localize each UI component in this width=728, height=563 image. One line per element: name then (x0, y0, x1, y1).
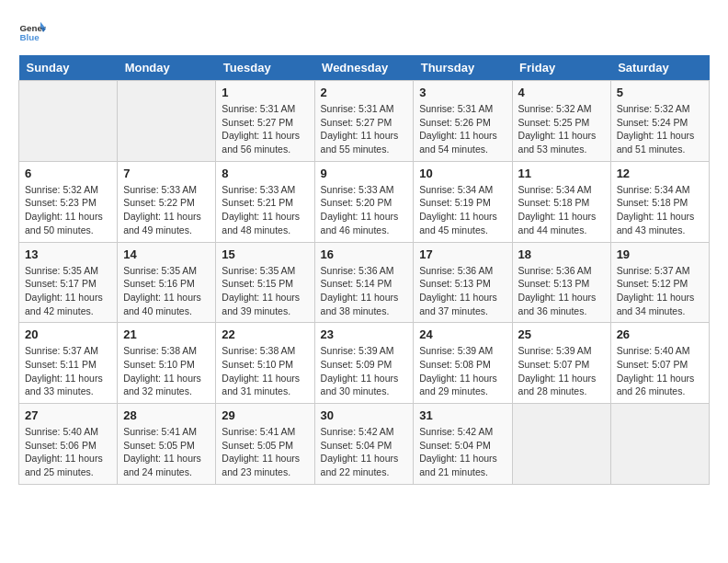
calendar-cell: 6Sunrise: 5:32 AM Sunset: 5:23 PM Daylig… (19, 161, 118, 242)
calendar-body: 1Sunrise: 5:31 AM Sunset: 5:27 PM Daylig… (19, 81, 710, 485)
header-day-saturday: Saturday (610, 55, 709, 81)
header-day-monday: Monday (118, 55, 216, 81)
calendar-cell: 14Sunrise: 5:35 AM Sunset: 5:16 PM Dayli… (118, 242, 216, 323)
day-number: 23 (321, 327, 408, 341)
header-day-thursday: Thursday (414, 55, 512, 81)
calendar-cell: 8Sunrise: 5:33 AM Sunset: 5:21 PM Daylig… (216, 161, 314, 242)
day-info: Sunrise: 5:35 AM Sunset: 5:16 PM Dayligh… (123, 264, 210, 318)
day-number: 20 (25, 327, 111, 341)
calendar-cell: 15Sunrise: 5:35 AM Sunset: 5:15 PM Dayli… (216, 242, 314, 323)
day-number: 15 (222, 247, 308, 261)
calendar-cell: 27Sunrise: 5:40 AM Sunset: 5:06 PM Dayli… (19, 404, 118, 485)
day-info: Sunrise: 5:33 AM Sunset: 5:21 PM Dayligh… (222, 183, 308, 237)
day-info: Sunrise: 5:31 AM Sunset: 5:26 PM Dayligh… (419, 102, 506, 156)
calendar-cell: 26Sunrise: 5:40 AM Sunset: 5:07 PM Dayli… (610, 323, 709, 404)
calendar-cell: 13Sunrise: 5:35 AM Sunset: 5:17 PM Dayli… (19, 242, 118, 323)
calendar-cell: 25Sunrise: 5:39 AM Sunset: 5:07 PM Dayli… (512, 323, 610, 404)
day-info: Sunrise: 5:39 AM Sunset: 5:07 PM Dayligh… (518, 344, 605, 398)
calendar-cell: 23Sunrise: 5:39 AM Sunset: 5:09 PM Dayli… (314, 323, 414, 404)
calendar-cell: 31Sunrise: 5:42 AM Sunset: 5:04 PM Dayli… (414, 404, 512, 485)
day-info: Sunrise: 5:42 AM Sunset: 5:04 PM Dayligh… (321, 425, 408, 479)
day-number: 17 (419, 247, 506, 261)
calendar-cell (19, 81, 118, 162)
day-info: Sunrise: 5:34 AM Sunset: 5:18 PM Dayligh… (518, 183, 605, 237)
week-row-1: 1Sunrise: 5:31 AM Sunset: 5:27 PM Daylig… (19, 81, 710, 162)
day-info: Sunrise: 5:42 AM Sunset: 5:04 PM Dayligh… (419, 425, 506, 479)
calendar-cell: 24Sunrise: 5:39 AM Sunset: 5:08 PM Dayli… (414, 323, 512, 404)
calendar-cell: 3Sunrise: 5:31 AM Sunset: 5:26 PM Daylig… (414, 81, 512, 162)
header-day-wednesday: Wednesday (314, 55, 414, 81)
week-row-2: 6Sunrise: 5:32 AM Sunset: 5:23 PM Daylig… (19, 161, 710, 242)
day-info: Sunrise: 5:36 AM Sunset: 5:13 PM Dayligh… (419, 264, 506, 318)
day-info: Sunrise: 5:35 AM Sunset: 5:17 PM Dayligh… (25, 264, 111, 318)
day-number: 8 (222, 167, 308, 180)
day-info: Sunrise: 5:39 AM Sunset: 5:08 PM Dayligh… (419, 344, 506, 398)
logo-icon: General Blue (18, 18, 46, 46)
day-info: Sunrise: 5:33 AM Sunset: 5:20 PM Dayligh… (321, 183, 408, 237)
day-number: 30 (321, 408, 408, 422)
day-number: 29 (222, 408, 308, 422)
calendar-cell: 18Sunrise: 5:36 AM Sunset: 5:13 PM Dayli… (512, 242, 610, 323)
day-info: Sunrise: 5:32 AM Sunset: 5:25 PM Dayligh… (518, 102, 605, 156)
day-number: 3 (419, 86, 506, 99)
calendar-cell: 20Sunrise: 5:37 AM Sunset: 5:11 PM Dayli… (19, 323, 118, 404)
week-row-5: 27Sunrise: 5:40 AM Sunset: 5:06 PM Dayli… (19, 404, 710, 485)
day-info: Sunrise: 5:37 AM Sunset: 5:12 PM Dayligh… (617, 264, 703, 318)
calendar-cell (118, 81, 216, 162)
day-info: Sunrise: 5:40 AM Sunset: 5:06 PM Dayligh… (25, 425, 111, 479)
day-number: 31 (419, 408, 506, 422)
calendar-cell (512, 404, 610, 485)
calendar-cell: 7Sunrise: 5:33 AM Sunset: 5:22 PM Daylig… (118, 161, 216, 242)
day-info: Sunrise: 5:33 AM Sunset: 5:22 PM Dayligh… (123, 183, 210, 237)
day-number: 1 (222, 86, 308, 99)
calendar-cell: 10Sunrise: 5:34 AM Sunset: 5:19 PM Dayli… (414, 161, 512, 242)
calendar-cell: 28Sunrise: 5:41 AM Sunset: 5:05 PM Dayli… (118, 404, 216, 485)
calendar-cell: 22Sunrise: 5:38 AM Sunset: 5:10 PM Dayli… (216, 323, 314, 404)
calendar-cell: 4Sunrise: 5:32 AM Sunset: 5:25 PM Daylig… (512, 81, 610, 162)
logo: General Blue (18, 18, 50, 46)
day-number: 11 (518, 167, 605, 180)
day-info: Sunrise: 5:39 AM Sunset: 5:09 PM Dayligh… (321, 344, 408, 398)
day-info: Sunrise: 5:38 AM Sunset: 5:10 PM Dayligh… (123, 344, 210, 398)
calendar-cell (610, 404, 709, 485)
calendar-cell: 19Sunrise: 5:37 AM Sunset: 5:12 PM Dayli… (610, 242, 709, 323)
day-info: Sunrise: 5:37 AM Sunset: 5:11 PM Dayligh… (25, 344, 111, 398)
day-number: 22 (222, 327, 308, 341)
svg-text:Blue: Blue (20, 32, 40, 42)
day-number: 9 (321, 167, 408, 180)
day-info: Sunrise: 5:41 AM Sunset: 5:05 PM Dayligh… (222, 425, 308, 479)
day-info: Sunrise: 5:32 AM Sunset: 5:24 PM Dayligh… (617, 102, 703, 156)
header-day-sunday: Sunday (19, 55, 118, 81)
calendar-cell: 9Sunrise: 5:33 AM Sunset: 5:20 PM Daylig… (314, 161, 414, 242)
header-day-tuesday: Tuesday (216, 55, 314, 81)
day-number: 6 (25, 167, 111, 180)
day-info: Sunrise: 5:35 AM Sunset: 5:15 PM Dayligh… (222, 264, 308, 318)
day-number: 7 (123, 167, 210, 180)
calendar-cell: 30Sunrise: 5:42 AM Sunset: 5:04 PM Dayli… (314, 404, 414, 485)
day-number: 26 (617, 327, 703, 341)
day-number: 10 (419, 167, 506, 180)
day-info: Sunrise: 5:32 AM Sunset: 5:23 PM Dayligh… (25, 183, 111, 237)
day-number: 12 (617, 167, 703, 180)
day-info: Sunrise: 5:38 AM Sunset: 5:10 PM Dayligh… (222, 344, 308, 398)
day-number: 2 (321, 86, 408, 99)
calendar-cell: 1Sunrise: 5:31 AM Sunset: 5:27 PM Daylig… (216, 81, 314, 162)
day-info: Sunrise: 5:41 AM Sunset: 5:05 PM Dayligh… (123, 425, 210, 479)
day-number: 14 (123, 247, 210, 261)
day-info: Sunrise: 5:36 AM Sunset: 5:14 PM Dayligh… (321, 264, 408, 318)
day-number: 4 (518, 86, 605, 99)
day-number: 24 (419, 327, 506, 341)
page-header: General Blue (18, 18, 710, 46)
day-info: Sunrise: 5:34 AM Sunset: 5:18 PM Dayligh… (617, 183, 703, 237)
day-info: Sunrise: 5:40 AM Sunset: 5:07 PM Dayligh… (617, 344, 703, 398)
calendar-cell: 11Sunrise: 5:34 AM Sunset: 5:18 PM Dayli… (512, 161, 610, 242)
day-info: Sunrise: 5:36 AM Sunset: 5:13 PM Dayligh… (518, 264, 605, 318)
day-number: 18 (518, 247, 605, 261)
calendar-cell: 29Sunrise: 5:41 AM Sunset: 5:05 PM Dayli… (216, 404, 314, 485)
day-number: 13 (25, 247, 111, 261)
day-number: 21 (123, 327, 210, 341)
day-info: Sunrise: 5:31 AM Sunset: 5:27 PM Dayligh… (222, 102, 308, 156)
day-info: Sunrise: 5:31 AM Sunset: 5:27 PM Dayligh… (321, 102, 408, 156)
calendar-cell: 16Sunrise: 5:36 AM Sunset: 5:14 PM Dayli… (314, 242, 414, 323)
day-number: 16 (321, 247, 408, 261)
